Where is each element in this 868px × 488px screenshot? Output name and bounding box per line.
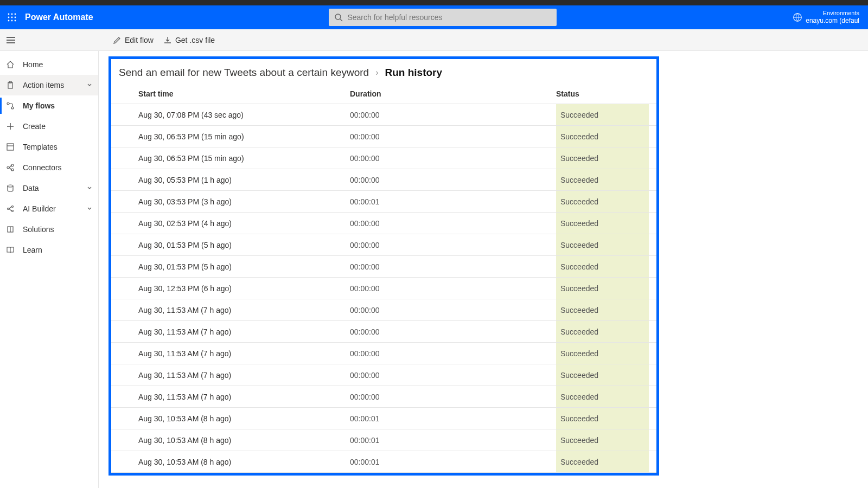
learn-icon: [5, 245, 15, 255]
edit-flow-button[interactable]: Edit flow: [113, 36, 154, 44]
table-row[interactable]: Aug 30, 10:53 AM (8 h ago)00:00:01Succee…: [111, 429, 656, 451]
chevron-right-icon: ›: [375, 68, 378, 78]
svg-rect-15: [8, 82, 12, 88]
cell-status: Succeeded: [556, 321, 649, 342]
cell-status: Succeeded: [556, 234, 649, 255]
table-row[interactable]: Aug 30, 10:53 AM (8 h ago)00:00:01Succee…: [111, 408, 656, 429]
sidebar-item-templates[interactable]: Templates: [0, 137, 98, 157]
sidebar-item-solutions[interactable]: Solutions: [0, 219, 98, 240]
svg-line-32: [9, 207, 12, 209]
table-row[interactable]: Aug 30, 01:53 PM (5 h ago)00:00:00Succee…: [111, 234, 656, 256]
cell-status: Succeeded: [556, 104, 649, 125]
cell-start-time[interactable]: Aug 30, 06:53 PM (15 min ago): [138, 132, 350, 141]
app-launcher-button[interactable]: [3, 9, 21, 26]
connectors-icon: [5, 163, 15, 172]
cell-start-time[interactable]: Aug 30, 11:53 AM (7 h ago): [138, 328, 350, 336]
cell-duration: 00:00:00: [350, 132, 556, 141]
sidebar-item-label: Templates: [23, 143, 58, 151]
table-row[interactable]: Aug 30, 11:53 AM (7 h ago)00:00:00Succee…: [111, 343, 656, 364]
sidebar-item-my-flows[interactable]: My flows: [0, 95, 98, 116]
cell-start-time[interactable]: Aug 30, 11:53 AM (7 h ago): [138, 371, 350, 380]
cell-start-time[interactable]: Aug 30, 07:08 PM (43 sec ago): [138, 111, 350, 119]
header-bar: Power Automate Environments enayu.com (d…: [0, 5, 868, 29]
sidebar-item-action-items[interactable]: Action items: [0, 75, 98, 95]
sidebar-item-label: Solutions: [23, 225, 54, 234]
sidebar-item-home[interactable]: Home: [0, 54, 98, 75]
cell-start-time[interactable]: Aug 30, 11:53 AM (7 h ago): [138, 306, 350, 314]
column-header-duration[interactable]: Duration: [350, 89, 556, 98]
table-row[interactable]: Aug 30, 06:53 PM (15 min ago)00:00:00Suc…: [111, 126, 656, 147]
cell-start-time[interactable]: Aug 30, 10:53 AM (8 h ago): [138, 414, 350, 423]
column-header-status[interactable]: Status: [556, 89, 649, 98]
table-row[interactable]: Aug 30, 11:53 AM (7 h ago)00:00:00Succee…: [111, 321, 656, 343]
cell-start-time[interactable]: Aug 30, 01:53 PM (5 h ago): [138, 262, 350, 271]
svg-point-7: [11, 20, 13, 22]
cell-status: Succeeded: [556, 408, 649, 429]
cell-start-time[interactable]: Aug 30, 10:53 AM (8 h ago): [138, 458, 350, 466]
svg-point-9: [335, 14, 341, 20]
cell-status: Succeeded: [556, 126, 649, 147]
table-row[interactable]: Aug 30, 07:08 PM (43 sec ago)00:00:00Suc…: [111, 104, 656, 126]
search-icon: [334, 13, 343, 22]
breadcrumb: Send an email for new Tweets about a cer…: [111, 67, 656, 84]
brand-title[interactable]: Power Automate: [25, 12, 93, 22]
svg-point-5: [15, 17, 16, 18]
table-row[interactable]: Aug 30, 11:53 AM (7 h ago)00:00:00Succee…: [111, 299, 656, 321]
cell-start-time[interactable]: Aug 30, 10:53 AM (8 h ago): [138, 436, 350, 445]
home-icon: [5, 60, 15, 69]
environment-picker[interactable]: Environments enayu.com (defaul: [806, 10, 865, 25]
cell-start-time[interactable]: Aug 30, 06:53 PM (15 min ago): [138, 154, 350, 163]
sidebar-item-label: AI Builder: [23, 204, 56, 213]
svg-point-24: [11, 164, 14, 166]
cell-duration: 00:00:01: [350, 458, 556, 466]
cell-start-time[interactable]: Aug 30, 01:53 PM (5 h ago): [138, 241, 350, 249]
cell-start-time[interactable]: Aug 30, 12:53 PM (6 h ago): [138, 284, 350, 293]
sidebar-item-ai-builder[interactable]: AI Builder: [0, 198, 98, 219]
chevron-down-icon: [86, 206, 93, 212]
run-history-card: Send an email for new Tweets about a cer…: [108, 56, 659, 476]
cell-status: Succeeded: [556, 169, 649, 190]
svg-point-28: [8, 185, 13, 187]
table-row[interactable]: Aug 30, 11:53 AM (7 h ago)00:00:00Succee…: [111, 364, 656, 386]
cell-duration: 00:00:00: [350, 262, 556, 271]
table-row[interactable]: Aug 30, 10:53 AM (8 h ago)00:00:01Succee…: [111, 451, 656, 473]
svg-point-23: [7, 166, 9, 169]
table-row[interactable]: Aug 30, 03:53 PM (3 h ago)00:00:01Succee…: [111, 191, 656, 213]
sidebar-item-data[interactable]: Data: [0, 178, 98, 198]
cell-duration: 00:00:00: [350, 328, 556, 336]
cell-start-time[interactable]: Aug 30, 11:53 AM (7 h ago): [138, 393, 350, 401]
table-row[interactable]: Aug 30, 12:53 PM (6 h ago)00:00:00Succee…: [111, 278, 656, 299]
cell-duration: 00:00:00: [350, 306, 556, 314]
table-row[interactable]: Aug 30, 01:53 PM (5 h ago)00:00:00Succee…: [111, 256, 656, 278]
breadcrumb-flow-name[interactable]: Send an email for new Tweets about a cer…: [119, 67, 369, 79]
table-row[interactable]: Aug 30, 02:53 PM (4 h ago)00:00:00Succee…: [111, 213, 656, 234]
table-row[interactable]: Aug 30, 06:53 PM (15 min ago)00:00:00Suc…: [111, 147, 656, 169]
svg-point-29: [8, 208, 9, 210]
sidebar-item-learn[interactable]: Learn: [0, 240, 98, 260]
table-row[interactable]: Aug 30, 05:53 PM (1 h ago)00:00:00Succee…: [111, 169, 656, 191]
cell-status: Succeeded: [556, 343, 649, 364]
cell-duration: 00:00:00: [350, 241, 556, 249]
breadcrumb-current: Run history: [385, 67, 443, 79]
cell-start-time[interactable]: Aug 30, 02:53 PM (4 h ago): [138, 219, 350, 228]
templates-icon: [5, 142, 15, 152]
data-icon: [5, 183, 15, 193]
hamburger-icon: [6, 36, 16, 44]
cell-start-time[interactable]: Aug 30, 11:53 AM (7 h ago): [138, 349, 350, 358]
sidebar-item-connectors[interactable]: Connectors: [0, 157, 98, 178]
solutions-icon: [5, 224, 15, 234]
cell-start-time[interactable]: Aug 30, 03:53 PM (3 h ago): [138, 197, 350, 206]
cell-duration: 00:00:00: [350, 219, 556, 228]
get-csv-button[interactable]: Get .csv file: [163, 36, 215, 44]
pencil-icon: [113, 36, 122, 44]
cell-start-time[interactable]: Aug 30, 05:53 PM (1 h ago): [138, 176, 350, 184]
sidebar-toggle-button[interactable]: [0, 36, 22, 44]
column-header-start-time[interactable]: Start time: [138, 89, 350, 98]
table-row[interactable]: Aug 30, 11:53 AM (7 h ago)00:00:00Succee…: [111, 386, 656, 408]
search-box[interactable]: [329, 9, 557, 26]
sidebar-nav: HomeAction itemsMy flowsCreateTemplatesC…: [0, 51, 99, 488]
command-bar: Edit flow Get .csv file: [0, 29, 868, 51]
cell-duration: 00:00:01: [350, 197, 556, 206]
sidebar-item-create[interactable]: Create: [0, 116, 98, 137]
search-input[interactable]: [347, 13, 551, 22]
